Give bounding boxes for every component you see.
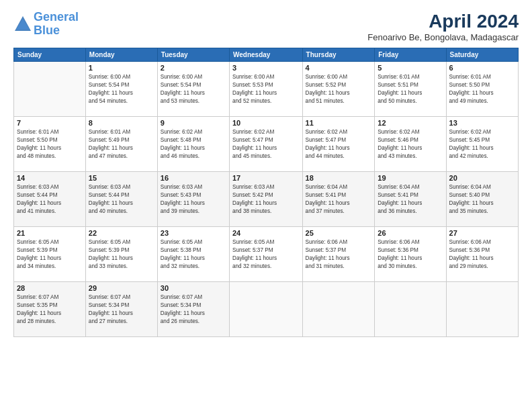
day-cell <box>14 62 86 117</box>
day-cell: 15Sunrise: 6:03 AM Sunset: 5:44 PM Dayli… <box>85 172 157 227</box>
day-info: Sunrise: 6:07 AM Sunset: 5:35 PM Dayligh… <box>17 293 83 326</box>
day-cell: 21Sunrise: 6:05 AM Sunset: 5:39 PM Dayli… <box>14 227 86 282</box>
logo-icon <box>13 15 32 34</box>
day-info: Sunrise: 6:05 AM Sunset: 5:37 PM Dayligh… <box>232 238 300 271</box>
day-info: Sunrise: 6:05 AM Sunset: 5:39 PM Dayligh… <box>17 238 83 271</box>
day-info: Sunrise: 6:03 AM Sunset: 5:43 PM Dayligh… <box>161 183 226 216</box>
day-info: Sunrise: 6:02 AM Sunset: 5:48 PM Dayligh… <box>161 128 226 161</box>
day-number: 17 <box>232 174 300 182</box>
day-cell: 30Sunrise: 6:07 AM Sunset: 5:34 PM Dayli… <box>157 282 229 337</box>
header-wednesday: Wednesday <box>229 48 302 62</box>
day-cell: 6Sunrise: 6:01 AM Sunset: 5:50 PM Daylig… <box>446 62 518 117</box>
day-number: 15 <box>89 174 154 182</box>
day-number: 26 <box>378 229 443 237</box>
day-cell: 26Sunrise: 6:06 AM Sunset: 5:36 PM Dayli… <box>375 227 446 282</box>
day-number: 2 <box>161 64 226 72</box>
day-cell: 10Sunrise: 6:02 AM Sunset: 5:47 PM Dayli… <box>229 117 302 172</box>
day-number: 18 <box>306 174 372 182</box>
day-cell: 7Sunrise: 6:01 AM Sunset: 5:50 PM Daylig… <box>14 117 86 172</box>
day-cell: 25Sunrise: 6:06 AM Sunset: 5:37 PM Dayli… <box>302 227 375 282</box>
calendar-table: Sunday Monday Tuesday Wednesday Thursday… <box>13 48 519 337</box>
day-info: Sunrise: 6:04 AM Sunset: 5:41 PM Dayligh… <box>378 183 443 216</box>
day-number: 12 <box>378 119 443 127</box>
day-cell: 17Sunrise: 6:03 AM Sunset: 5:42 PM Dayli… <box>229 172 302 227</box>
day-number: 5 <box>378 64 443 72</box>
day-info: Sunrise: 6:03 AM Sunset: 5:44 PM Dayligh… <box>17 183 83 216</box>
day-info: Sunrise: 6:05 AM Sunset: 5:39 PM Dayligh… <box>89 238 154 271</box>
month-title: April 2024 <box>367 11 519 32</box>
day-number: 13 <box>449 119 515 127</box>
day-info: Sunrise: 6:02 AM Sunset: 5:45 PM Dayligh… <box>449 128 515 161</box>
day-cell: 24Sunrise: 6:05 AM Sunset: 5:37 PM Dayli… <box>229 227 302 282</box>
day-number: 6 <box>449 64 515 72</box>
day-cell <box>446 282 518 337</box>
logo-text: General Blue <box>34 11 79 38</box>
day-number: 19 <box>378 174 443 182</box>
day-info: Sunrise: 6:07 AM Sunset: 5:34 PM Dayligh… <box>161 293 226 326</box>
day-info: Sunrise: 6:03 AM Sunset: 5:42 PM Dayligh… <box>232 183 300 216</box>
day-cell: 12Sunrise: 6:02 AM Sunset: 5:46 PM Dayli… <box>375 117 446 172</box>
day-info: Sunrise: 6:01 AM Sunset: 5:49 PM Dayligh… <box>89 128 154 161</box>
day-cell <box>229 282 302 337</box>
day-number: 16 <box>161 174 226 182</box>
day-number: 25 <box>306 229 372 237</box>
title-block: April 2024 Fenoarivo Be, Bongolava, Mada… <box>367 11 519 42</box>
day-number: 29 <box>89 284 154 292</box>
day-cell: 2Sunrise: 6:00 AM Sunset: 5:54 PM Daylig… <box>157 62 229 117</box>
day-info: Sunrise: 6:06 AM Sunset: 5:36 PM Dayligh… <box>378 238 443 271</box>
logo: General Blue <box>13 11 79 38</box>
svg-marker-1 <box>16 19 30 30</box>
week-row-4: 21Sunrise: 6:05 AM Sunset: 5:39 PM Dayli… <box>14 227 519 282</box>
day-cell: 11Sunrise: 6:02 AM Sunset: 5:47 PM Dayli… <box>302 117 375 172</box>
day-info: Sunrise: 6:02 AM Sunset: 5:47 PM Dayligh… <box>306 128 372 161</box>
header-sunday: Sunday <box>14 48 86 62</box>
day-number: 27 <box>449 229 515 237</box>
day-number: 20 <box>449 174 515 182</box>
day-cell: 22Sunrise: 6:05 AM Sunset: 5:39 PM Dayli… <box>85 227 157 282</box>
page: General Blue April 2024 Fenoarivo Be, Bo… <box>0 0 532 411</box>
day-cell: 3Sunrise: 6:00 AM Sunset: 5:53 PM Daylig… <box>229 62 302 117</box>
day-info: Sunrise: 6:07 AM Sunset: 5:34 PM Dayligh… <box>89 293 154 326</box>
day-number: 9 <box>161 119 226 127</box>
day-cell: 20Sunrise: 6:04 AM Sunset: 5:40 PM Dayli… <box>446 172 518 227</box>
day-number: 4 <box>306 64 372 72</box>
day-cell: 13Sunrise: 6:02 AM Sunset: 5:45 PM Dayli… <box>446 117 518 172</box>
day-cell <box>302 282 375 337</box>
week-row-1: 1Sunrise: 6:00 AM Sunset: 5:54 PM Daylig… <box>14 62 519 117</box>
day-cell: 8Sunrise: 6:01 AM Sunset: 5:49 PM Daylig… <box>85 117 157 172</box>
header-thursday: Thursday <box>302 48 375 62</box>
weekday-header-row: Sunday Monday Tuesday Wednesday Thursday… <box>14 48 519 62</box>
day-cell: 28Sunrise: 6:07 AM Sunset: 5:35 PM Dayli… <box>14 282 86 337</box>
day-info: Sunrise: 6:00 AM Sunset: 5:53 PM Dayligh… <box>232 73 300 105</box>
day-cell: 4Sunrise: 6:00 AM Sunset: 5:52 PM Daylig… <box>302 62 375 117</box>
day-info: Sunrise: 6:00 AM Sunset: 5:52 PM Dayligh… <box>306 73 372 105</box>
day-info: Sunrise: 6:04 AM Sunset: 5:41 PM Dayligh… <box>306 183 372 216</box>
header-monday: Monday <box>85 48 157 62</box>
day-info: Sunrise: 6:01 AM Sunset: 5:50 PM Dayligh… <box>449 73 515 105</box>
day-number: 11 <box>306 119 372 127</box>
day-number: 7 <box>17 119 83 127</box>
day-cell: 14Sunrise: 6:03 AM Sunset: 5:44 PM Dayli… <box>14 172 86 227</box>
day-number: 21 <box>17 229 83 237</box>
day-info: Sunrise: 6:00 AM Sunset: 5:54 PM Dayligh… <box>89 73 154 105</box>
day-cell: 29Sunrise: 6:07 AM Sunset: 5:34 PM Dayli… <box>85 282 157 337</box>
day-number: 10 <box>232 119 300 127</box>
day-number: 28 <box>17 284 83 292</box>
day-number: 24 <box>232 229 300 237</box>
day-info: Sunrise: 6:06 AM Sunset: 5:37 PM Dayligh… <box>306 238 372 271</box>
day-number: 14 <box>17 174 83 182</box>
week-row-3: 14Sunrise: 6:03 AM Sunset: 5:44 PM Dayli… <box>14 172 519 227</box>
day-number: 30 <box>161 284 226 292</box>
day-number: 1 <box>89 64 154 72</box>
day-info: Sunrise: 6:02 AM Sunset: 5:46 PM Dayligh… <box>378 128 443 161</box>
logo-line1: General <box>34 10 79 24</box>
header-friday: Friday <box>375 48 446 62</box>
day-cell: 19Sunrise: 6:04 AM Sunset: 5:41 PM Dayli… <box>375 172 446 227</box>
day-info: Sunrise: 6:00 AM Sunset: 5:54 PM Dayligh… <box>161 73 226 105</box>
day-cell: 23Sunrise: 6:05 AM Sunset: 5:38 PM Dayli… <box>157 227 229 282</box>
day-number: 22 <box>89 229 154 237</box>
location: Fenoarivo Be, Bongolava, Madagascar <box>367 32 519 42</box>
day-info: Sunrise: 6:04 AM Sunset: 5:40 PM Dayligh… <box>449 183 515 216</box>
day-info: Sunrise: 6:01 AM Sunset: 5:50 PM Dayligh… <box>17 128 83 161</box>
day-cell: 16Sunrise: 6:03 AM Sunset: 5:43 PM Dayli… <box>157 172 229 227</box>
